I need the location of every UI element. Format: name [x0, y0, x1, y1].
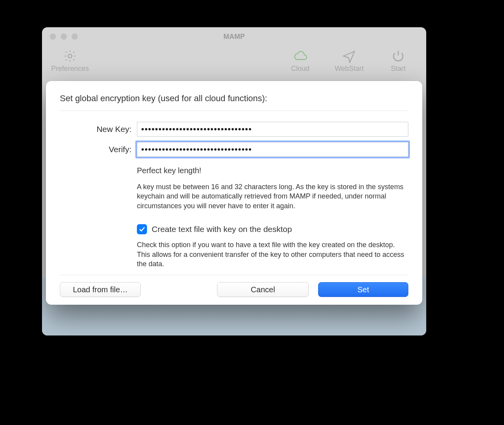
svg-point-0	[68, 54, 72, 58]
dialog-heading: Set global encryption key (used for all …	[60, 93, 408, 111]
toolbar-preferences-label: Preferences	[51, 65, 89, 73]
cancel-button[interactable]: Cancel	[217, 282, 309, 297]
toolbar-cloud-label: Cloud	[291, 65, 309, 73]
dialog-button-bar: Load from file… Cancel Set	[60, 275, 408, 297]
toolbar: Preferences Cloud WebStart Start	[42, 46, 426, 83]
toolbar-webstart-label: WebStart	[335, 65, 364, 73]
key-help-text: A key must be between 16 and 32 characte…	[137, 182, 408, 211]
verify-label: Verify:	[60, 145, 137, 154]
new-key-label: New Key:	[60, 125, 137, 134]
load-from-file-button[interactable]: Load from file…	[60, 282, 141, 297]
cloud-icon	[293, 49, 307, 63]
toolbar-start[interactable]: Start	[380, 49, 416, 73]
window-controls[interactable]	[50, 33, 78, 40]
create-file-checkbox-label[interactable]: Create text file with key on the desktop	[152, 224, 292, 235]
create-file-help-text: Check this option if you want to have a …	[137, 240, 408, 269]
minimize-icon[interactable]	[61, 33, 67, 40]
key-status-text: Perfect key length!	[137, 165, 408, 176]
verify-input[interactable]	[137, 142, 408, 157]
titlebar: MAMP	[42, 27, 426, 46]
zoom-icon[interactable]	[72, 33, 78, 40]
toolbar-start-label: Start	[391, 65, 406, 73]
checkmark-icon	[138, 226, 145, 233]
close-icon[interactable]	[50, 33, 56, 40]
power-icon	[391, 49, 405, 63]
create-file-checkbox[interactable]	[137, 224, 147, 234]
plane-icon	[342, 49, 356, 63]
gear-icon	[63, 49, 77, 63]
set-button[interactable]: Set	[318, 282, 408, 297]
new-key-input[interactable]	[137, 122, 408, 137]
toolbar-cloud[interactable]: Cloud	[282, 49, 318, 73]
toolbar-preferences[interactable]: Preferences	[52, 49, 88, 73]
window-title: MAMP	[42, 33, 426, 41]
encryption-key-dialog: Set global encryption key (used for all …	[46, 81, 422, 305]
toolbar-webstart[interactable]: WebStart	[331, 49, 367, 73]
